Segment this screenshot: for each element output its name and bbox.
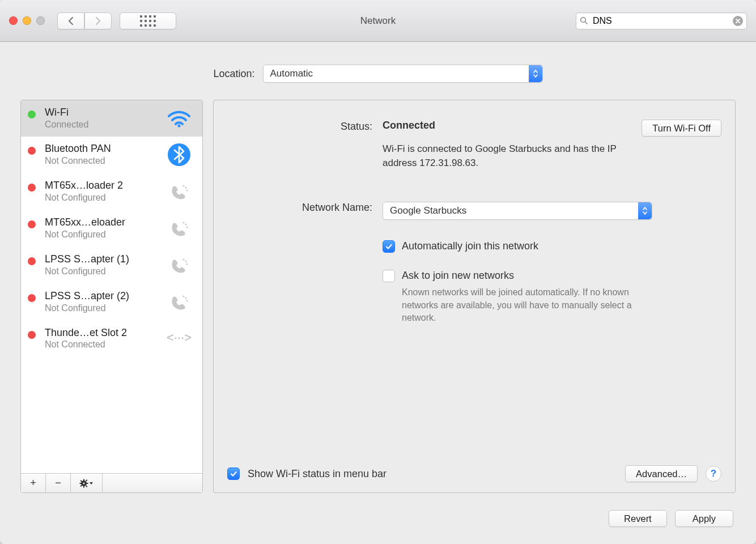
svg-point-11 <box>185 260 187 262</box>
revert-button[interactable]: Revert <box>609 510 667 527</box>
add-service-button[interactable]: + <box>21 474 46 492</box>
service-item[interactable]: LPSS S…apter (2)Not Configured <box>21 284 202 321</box>
service-item[interactable]: Thunde…et Slot 2Not Connected<···> <box>21 321 202 357</box>
service-status: Not Connected <box>45 339 158 350</box>
back-button[interactable] <box>57 12 84 29</box>
svg-rect-20 <box>83 486 84 487</box>
service-sidebar: Wi-FiConnectedBluetooth PANNot Connected… <box>20 100 203 493</box>
wifi-toggle-button[interactable]: Turn Wi-Fi Off <box>642 120 721 137</box>
service-status: Connected <box>45 119 158 130</box>
network-name-popup[interactable]: Google Starbucks <box>383 202 652 220</box>
svg-point-7 <box>183 222 185 223</box>
phone-icon <box>163 253 196 278</box>
svg-rect-22 <box>86 483 88 484</box>
gear-icon <box>79 479 94 488</box>
svg-rect-21 <box>79 483 81 484</box>
ask-join-label: Ask to join new networks <box>402 270 645 282</box>
service-list: Wi-FiConnectedBluetooth PANNot Connected… <box>21 100 202 473</box>
svg-rect-25 <box>85 479 87 482</box>
menubar-label: Show Wi-Fi status in menu bar <box>248 468 387 480</box>
svg-point-15 <box>186 300 188 301</box>
svg-line-1 <box>585 22 587 24</box>
apply-button[interactable]: Apply <box>675 510 733 527</box>
auto-join-checkbox[interactable] <box>383 240 395 253</box>
service-name: Wi-Fi <box>45 106 158 119</box>
wifi-icon <box>163 108 196 128</box>
remove-service-button[interactable]: − <box>46 474 71 492</box>
auto-join-label: Automatically join this network <box>402 240 538 252</box>
status-description: Wi-Fi is connected to Google Starbucks a… <box>383 142 643 170</box>
search-field[interactable] <box>576 12 747 29</box>
service-name: LPSS S…apter (1) <box>45 253 158 266</box>
svg-point-9 <box>186 226 188 228</box>
service-item[interactable]: MT65x…loader 2Not Configured <box>21 173 202 210</box>
sidebar-footer: + − <box>21 473 202 492</box>
svg-point-13 <box>183 295 185 297</box>
svg-point-8 <box>185 223 187 225</box>
status-dot-icon <box>28 294 36 302</box>
bluetooth-icon <box>163 142 196 167</box>
svg-point-18 <box>83 482 84 484</box>
service-status: Not Configured <box>45 266 158 277</box>
advanced-button[interactable]: Advanced… <box>625 465 698 482</box>
status-dot-icon <box>28 110 36 118</box>
zoom-window[interactable] <box>36 16 45 25</box>
svg-rect-19 <box>83 479 84 481</box>
menubar-checkbox[interactable] <box>227 468 240 480</box>
status-value: Connected <box>383 120 435 131</box>
content: Wi-FiConnectedBluetooth PANNot Connected… <box>0 100 756 493</box>
service-name: MT65xx…eloader <box>45 216 158 229</box>
popup-stepper-icon <box>638 202 652 219</box>
service-item[interactable]: LPSS S…apter (1)Not Configured <box>21 247 202 284</box>
status-dot-icon <box>28 147 36 155</box>
location-label: Location: <box>213 68 254 80</box>
popup-stepper-icon <box>529 65 542 82</box>
svg-point-14 <box>185 297 187 299</box>
ask-join-row: Ask to join new networks Known networks … <box>383 270 721 324</box>
location-row: Location: Automatic <box>0 42 756 100</box>
network-name-label: Network Name: <box>227 201 372 324</box>
service-name: Bluetooth PAN <box>45 142 158 155</box>
footer-actions: Revert Apply <box>0 493 756 544</box>
chevron-right-icon <box>95 16 101 26</box>
auto-join-row: Automatically join this network <box>383 240 721 253</box>
grid-icon <box>140 15 156 27</box>
svg-point-2 <box>178 125 181 128</box>
svg-point-4 <box>183 185 185 186</box>
network-prefs-window: Network Location: Automatic Wi-FiConnect… <box>0 0 756 544</box>
service-status: Not Configured <box>45 303 158 314</box>
status-dot-icon <box>28 257 36 265</box>
status-dot-icon <box>28 184 36 192</box>
help-button[interactable]: ? <box>706 466 721 482</box>
phone-icon <box>163 216 196 241</box>
close-window[interactable] <box>9 16 18 25</box>
location-popup[interactable]: Automatic <box>263 65 543 83</box>
checkmark-icon <box>230 470 237 478</box>
service-action-menu[interactable] <box>71 474 103 492</box>
ask-join-checkbox[interactable] <box>383 270 395 282</box>
svg-rect-24 <box>85 485 87 487</box>
ask-join-note: Known networks will be joined automatica… <box>402 286 645 324</box>
phone-icon <box>163 179 196 204</box>
service-item[interactable]: Bluetooth PANNot Connected <box>21 137 202 173</box>
show-all-button[interactable] <box>120 12 176 29</box>
search-input[interactable] <box>592 15 729 27</box>
service-item[interactable]: Wi-FiConnected <box>21 100 202 137</box>
status-row: Status: Connected Turn Wi-Fi Off Wi-Fi i… <box>227 120 721 170</box>
service-name: LPSS S…apter (2) <box>45 290 158 303</box>
network-name-row: Network Name: Google Starbucks Automati <box>227 201 721 324</box>
svg-point-6 <box>186 189 188 191</box>
status-dot-icon <box>28 220 36 228</box>
network-name-value: Google Starbucks <box>383 205 473 216</box>
forward-button[interactable] <box>84 12 112 29</box>
search-icon <box>580 16 588 25</box>
minimize-window[interactable] <box>23 16 31 25</box>
svg-text:<···>: <···> <box>167 330 192 345</box>
status-dot-icon <box>28 331 36 339</box>
svg-point-5 <box>185 186 187 188</box>
phone-icon <box>163 290 196 314</box>
service-item[interactable]: MT65xx…eloaderNot Configured <box>21 210 202 247</box>
service-status: Not Configured <box>45 229 158 240</box>
ethernet-icon: <···> <box>163 329 196 348</box>
clear-search-icon[interactable] <box>733 16 743 26</box>
